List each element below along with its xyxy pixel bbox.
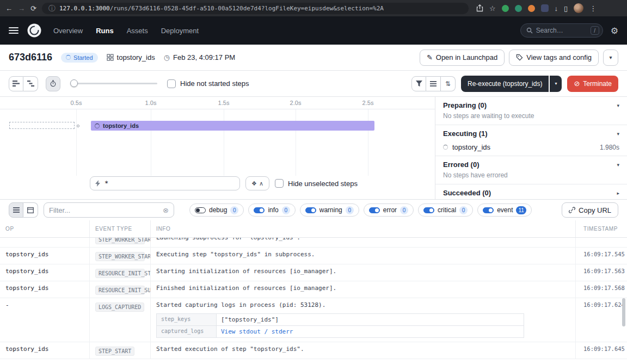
job-name[interactable]: topstory_ids — [107, 53, 155, 61]
log-row[interactable]: topstory_ids STEP_START Started executio… — [0, 342, 627, 359]
copy-url-button[interactable]: Copy URL — [562, 202, 618, 218]
log-scrollbar-thumb[interactable] — [622, 298, 625, 326]
side-panel-icon[interactable]: ▯ — [564, 5, 568, 12]
hide-unselected-checkbox[interactable] — [275, 179, 284, 188]
level-chip-event[interactable]: event 11 — [477, 203, 532, 217]
reexecute-button[interactable]: Re-execute (topstory_ids) — [461, 76, 549, 92]
reexecute-dropdown-button[interactable]: ▾ — [550, 76, 562, 92]
reload-icon[interactable]: ⟳ — [30, 5, 36, 12]
table-icon — [27, 207, 34, 213]
log-table-header: OP EVENT TYPE INFO TIMESTAMP — [0, 220, 627, 238]
toggle-icon[interactable] — [423, 207, 434, 213]
nav-item-assets[interactable]: Assets — [127, 27, 148, 35]
open-in-launchpad-button[interactable]: ✎ Open in Launchpad — [420, 50, 505, 66]
level-chip-critical[interactable]: critical 0 — [418, 203, 473, 217]
event-type-chip: STEP_WORKER_STARTED — [95, 252, 145, 261]
zoom-slider[interactable] — [70, 83, 157, 84]
toggle-icon[interactable] — [369, 207, 380, 213]
run-timestamp: ◷ Feb 23, 4:09:17 PM — [164, 53, 236, 61]
log-view-options-group: ⇅ — [411, 76, 456, 91]
level-chip-error[interactable]: error 0 — [364, 203, 414, 217]
section-header-errored[interactable]: Errored (0) ▾ — [435, 156, 627, 171]
nav-item-overview[interactable]: Overview — [53, 27, 83, 35]
hamburger-menu-icon[interactable] — [9, 27, 19, 34]
settings-gear-icon[interactable]: ⚙ — [611, 26, 618, 36]
gantt-view-mode-group — [9, 76, 38, 91]
gantt-step-bar[interactable]: topstory_ids — [91, 121, 374, 131]
chevron-down-icon: ▾ — [617, 131, 619, 137]
gridline — [368, 109, 368, 176]
bookmark-star-icon[interactable]: ☆ — [489, 5, 496, 12]
view-stdout-stderr-link[interactable]: View stdout / stderr — [221, 328, 293, 335]
run-header-actions: ✎ Open in Launchpad View tags and config… — [420, 50, 618, 66]
log-toolbar: Filter... ⊗ debug 0 info 0 warning 0 — [0, 200, 627, 220]
level-chip-info[interactable]: info 0 — [248, 203, 295, 217]
dagster-logo[interactable] — [27, 23, 41, 38]
rows-view-button[interactable] — [426, 76, 441, 91]
log-row[interactable]: topstory_ids RESOURCE_INIT_SUCC... Finis… — [0, 281, 627, 298]
preparing-empty-text: No steps are waiting to execute — [435, 112, 627, 125]
profile-avatar[interactable] — [574, 3, 583, 13]
flat-view-button[interactable] — [9, 76, 23, 91]
hide-not-started-checkbox[interactable] — [167, 79, 176, 88]
level-chip-debug[interactable]: debug 0 — [189, 203, 244, 217]
extension-icon[interactable] — [528, 5, 535, 12]
site-info-icon[interactable]: ⓘ — [48, 5, 56, 12]
extension-icon[interactable] — [502, 5, 509, 12]
view-tags-config-button[interactable]: View tags and config — [509, 50, 599, 66]
toggle-icon[interactable] — [254, 207, 265, 213]
section-header-executing[interactable]: Executing (1) ▾ — [435, 125, 627, 140]
toggle-icon[interactable] — [305, 207, 316, 213]
clear-filter-icon[interactable]: ⊗ — [163, 207, 169, 214]
run-header-more-button[interactable]: ▾ — [603, 50, 618, 66]
zoom-slider-knob[interactable] — [70, 79, 78, 87]
waterfall-view-button[interactable] — [23, 76, 38, 91]
executing-step-row[interactable]: topstory_ids 1.980s — [435, 140, 627, 156]
section-header-succeeded[interactable]: Succeeded (0) ▸ — [435, 184, 627, 199]
raw-view-button[interactable] — [23, 202, 38, 218]
browser-menu-icon[interactable]: ⋮ — [589, 5, 597, 12]
column-header-timestamp: TIMESTAMP — [576, 220, 627, 237]
run-toolbar: Hide not started steps ⇅ Re-execute (top… — [0, 71, 627, 97]
log-filter-placeholder: Filter... — [49, 206, 159, 214]
nav-item-deployment[interactable]: Deployment — [161, 27, 199, 35]
forward-icon[interactable]: → — [18, 5, 25, 12]
step-selector-value: * — [104, 180, 108, 187]
filter-funnel-button[interactable] — [411, 76, 426, 91]
log-row[interactable]: - LOGS_CAPTURED Started capturing logs i… — [0, 298, 627, 342]
step-name: topstory_ids — [452, 143, 490, 151]
nav-item-runs[interactable]: Runs — [96, 27, 114, 35]
toggle-icon[interactable] — [483, 207, 494, 213]
terminate-button[interactable]: ⊘ Terminate — [567, 76, 618, 92]
search-placeholder: Search… — [536, 27, 587, 34]
chevron-right-icon: ▸ — [617, 190, 619, 196]
share-icon[interactable] — [476, 4, 483, 12]
level-chip-warning[interactable]: warning 0 — [300, 203, 359, 217]
toggle-icon[interactable] — [195, 207, 206, 213]
list-icon — [13, 207, 20, 213]
back-icon[interactable]: ← — [5, 5, 13, 12]
sort-button[interactable]: ⇅ — [441, 76, 456, 91]
structured-view-button[interactable] — [9, 202, 23, 218]
op-selector-icon — [95, 180, 101, 187]
global-search-input[interactable]: Search… / — [520, 23, 603, 38]
timed-view-button[interactable] — [46, 76, 60, 91]
log-level-filters: debug 0 info 0 warning 0 error 0 — [189, 203, 532, 217]
section-header-preparing[interactable]: Preparing (0) ▾ — [435, 97, 627, 112]
log-view-toggle-group — [9, 202, 38, 218]
downloads-icon[interactable]: ↓ — [555, 5, 558, 12]
log-row[interactable]: STEP_WORKER_STARTI... Launching subproce… — [0, 238, 627, 248]
terminate-icon: ⊘ — [574, 80, 580, 87]
extension-icon[interactable] — [541, 4, 549, 12]
log-filter-input[interactable]: Filter... ⊗ — [44, 202, 174, 218]
log-row[interactable]: topstory_ids STEP_WORKER_STARTED Executi… — [0, 248, 627, 264]
page: ← → ⟳ ⓘ 127.0.0.1:3000/runs/673d6116-052… — [0, 0, 627, 364]
gantt-chart: 0.5s 1.0s 1.5s 2.0s 2.5s topstory_ids * — [0, 97, 435, 199]
log-row[interactable]: topstory_ids RESOURCE_INIT_STAR... Start… — [0, 264, 627, 281]
graph-options-button[interactable]: ❖ ∧ — [245, 176, 269, 190]
extension-icon[interactable] — [515, 5, 522, 12]
gridline — [296, 109, 296, 176]
preparing-marker — [9, 122, 75, 129]
url-bar[interactable]: ⓘ 127.0.0.1:3000/runs/673d6116-0528-45df… — [42, 3, 469, 14]
step-selector-input[interactable]: * — [90, 176, 240, 190]
